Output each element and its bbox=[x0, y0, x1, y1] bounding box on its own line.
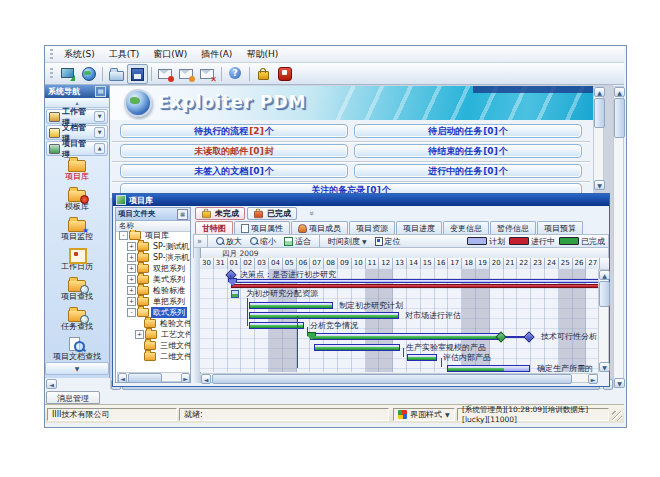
scroll-left-icon[interactable]: ◄ bbox=[118, 373, 127, 383]
tree-node-label[interactable]: 检验文件 bbox=[158, 318, 190, 329]
resize-grip[interactable] bbox=[612, 411, 622, 421]
sidebar-scroll-left-icon[interactable]: ◄ bbox=[46, 379, 57, 389]
gantt-horizontal-scrollbar[interactable]: ◄ ► bbox=[200, 373, 598, 383]
menu-item-4[interactable]: 帮助(H) bbox=[239, 47, 285, 62]
chevron-down-icon[interactable]: ▼ bbox=[94, 111, 105, 122]
expand-icon[interactable]: + bbox=[127, 297, 136, 306]
tree-node-label[interactable]: 二维文件 bbox=[158, 351, 190, 362]
tab-项目属性[interactable]: 项目属性 bbox=[234, 221, 290, 234]
chevron-up-icon[interactable]: ▲ bbox=[94, 143, 105, 154]
in-progress-bar[interactable] bbox=[231, 284, 605, 288]
sidebar-group-project[interactable]: 项目管理 ▲ bbox=[46, 141, 108, 156]
summary-task-icon[interactable] bbox=[231, 290, 239, 298]
tree-row[interactable]: 三维文件 bbox=[116, 340, 190, 351]
scroll-right-icon[interactable]: ► bbox=[181, 373, 190, 383]
task-bar[interactable] bbox=[314, 344, 400, 351]
mail-delete-button[interactable]: ✕ bbox=[197, 64, 218, 84]
task-bar[interactable] bbox=[249, 302, 333, 309]
fit-button[interactable]: 适合 bbox=[281, 236, 314, 247]
task-bar[interactable] bbox=[407, 354, 437, 361]
workbench-scrollbar[interactable]: ▲ ▼ bbox=[593, 86, 604, 190]
zoom-in-button[interactable]: 放大 bbox=[213, 236, 245, 247]
tab-项目成员[interactable]: 项目成员 bbox=[291, 221, 348, 234]
menu-item-1[interactable]: 工具(T) bbox=[102, 47, 147, 62]
tasks-in-progress-button[interactable]: 进行中的任务[0]个 bbox=[354, 164, 582, 178]
tasks-to-finish-button[interactable]: 待结束的任务[0]个 bbox=[354, 144, 582, 158]
menu-item-3[interactable]: 插件(A) bbox=[194, 47, 239, 62]
task-bar[interactable] bbox=[249, 322, 304, 329]
help-button[interactable] bbox=[225, 64, 246, 84]
workspace-button[interactable] bbox=[57, 64, 78, 84]
browser-button[interactable] bbox=[78, 64, 99, 84]
tree-node-label[interactable]: 美式系列 bbox=[151, 274, 187, 285]
plan-bar[interactable] bbox=[231, 279, 607, 283]
tree-node-label[interactable]: 工艺文件 bbox=[159, 329, 190, 340]
tab-finished[interactable]: 已完成 bbox=[247, 207, 297, 220]
tasks-to-start-button[interactable]: 待启动的任务[0]个 bbox=[354, 124, 582, 138]
sidebar-item-work-calendar[interactable]: 工作日历 bbox=[45, 247, 109, 276]
expand-icon[interactable]: + bbox=[127, 275, 136, 284]
unchecked-docs-button[interactable]: 未签入的文档[0]个 bbox=[120, 164, 348, 178]
mail-send-button[interactable] bbox=[155, 64, 176, 84]
scroll-right-icon[interactable]: ► bbox=[588, 374, 598, 384]
project-window-titlebar[interactable]: 项目库 bbox=[113, 194, 609, 206]
tree-node-label[interactable]: 欧式系列 bbox=[151, 307, 187, 318]
task-bar[interactable] bbox=[447, 365, 530, 372]
sidebar-bottom-group[interactable]: ▼ bbox=[45, 362, 109, 375]
menubar-grip[interactable] bbox=[50, 49, 53, 60]
mail-read-button[interactable] bbox=[176, 64, 197, 84]
task-bar[interactable] bbox=[310, 333, 502, 340]
scroll-up-icon[interactable]: ▲ bbox=[599, 270, 610, 280]
unread-mail-button[interactable]: 未读取的邮件[0]封 bbox=[120, 144, 348, 158]
tree-node-label[interactable]: 项目库 bbox=[143, 230, 171, 241]
milestone-diamond[interactable] bbox=[523, 331, 534, 342]
tab-项目资源[interactable]: 项目资源 bbox=[349, 221, 395, 234]
tree-row[interactable]: 检验文件 bbox=[116, 318, 190, 329]
tree-row[interactable]: +工艺文件 bbox=[116, 329, 190, 340]
scroll-left-icon[interactable]: ◄ bbox=[201, 374, 211, 384]
task-bar[interactable] bbox=[249, 312, 399, 319]
gantt-vertical-scrollbar[interactable]: ▲ ▼ bbox=[598, 269, 609, 372]
tab-暂停信息[interactable]: 暂停信息 bbox=[490, 221, 536, 234]
zoom-out-button[interactable]: 缩小 bbox=[247, 236, 279, 247]
expand-icon[interactable]: + bbox=[127, 253, 136, 262]
scrollbar-thumb[interactable] bbox=[614, 98, 625, 138]
sidebar-item-project-library[interactable]: 项目库 bbox=[45, 157, 109, 186]
scrollbar-thumb[interactable] bbox=[599, 281, 610, 307]
save-button[interactable] bbox=[127, 64, 148, 84]
sidebar-item-template-library[interactable]: 模板库 bbox=[45, 187, 109, 216]
tree-node-label[interactable]: 双把系列 bbox=[151, 263, 187, 274]
scrollbar-thumb[interactable] bbox=[594, 98, 605, 128]
tree-row[interactable]: +SP-演示机系 bbox=[116, 252, 190, 263]
tab-unfinished[interactable]: 未完成 bbox=[195, 207, 245, 220]
tree-node-label[interactable]: 三维文件 bbox=[158, 340, 190, 351]
menu-item-0[interactable]: 系统(S) bbox=[57, 47, 102, 62]
tab-甘特图[interactable]: 甘特图 bbox=[195, 221, 233, 234]
menu-item-2[interactable]: 窗口(W) bbox=[146, 47, 194, 62]
collapse-icon[interactable]: - bbox=[119, 231, 128, 240]
tab-项目进度[interactable]: 项目进度 bbox=[396, 221, 442, 234]
expand-icon[interactable]: + bbox=[127, 286, 136, 295]
collapse-icon[interactable]: - bbox=[127, 308, 136, 317]
tree-node-label[interactable]: 单把系列 bbox=[151, 296, 187, 307]
sidebar-item-task-search[interactable]: 任务查找 bbox=[45, 307, 109, 336]
tree-row[interactable]: 二维文件 bbox=[116, 351, 190, 362]
chevron-down-icon[interactable]: ▼ bbox=[94, 127, 105, 138]
tree-row[interactable]: +美式系列 bbox=[116, 274, 190, 285]
tab-变更信息[interactable]: 变更信息 bbox=[443, 221, 489, 234]
expand-icon[interactable]: + bbox=[127, 264, 136, 273]
timescale-dropdown[interactable]: 时间刻度▼ bbox=[325, 236, 370, 247]
tree-horizontal-scrollbar[interactable]: ◄ ► bbox=[117, 372, 189, 382]
toolbar-grip[interactable] bbox=[50, 68, 53, 79]
sidebar-menu-icon[interactable]: ▤ bbox=[95, 86, 106, 97]
mdi-vertical-scrollbar[interactable]: ▲ ▼ bbox=[613, 86, 624, 388]
tree-row[interactable]: +单把系列 bbox=[116, 296, 190, 307]
tab-overflow-icon[interactable]: » bbox=[305, 209, 317, 219]
scrollbar-thumb[interactable] bbox=[212, 374, 572, 384]
exit-button[interactable] bbox=[274, 64, 295, 84]
scroll-down-icon[interactable]: ▼ bbox=[614, 378, 625, 388]
sidebar-item-project-monitor[interactable]: ★项目监控 bbox=[45, 217, 109, 246]
tree-node-label[interactable]: SP-演示机系 bbox=[151, 252, 190, 263]
scrollbar-thumb[interactable] bbox=[128, 373, 162, 383]
pending-flows-button[interactable]: 待执行的流程[2]个 bbox=[120, 124, 348, 138]
